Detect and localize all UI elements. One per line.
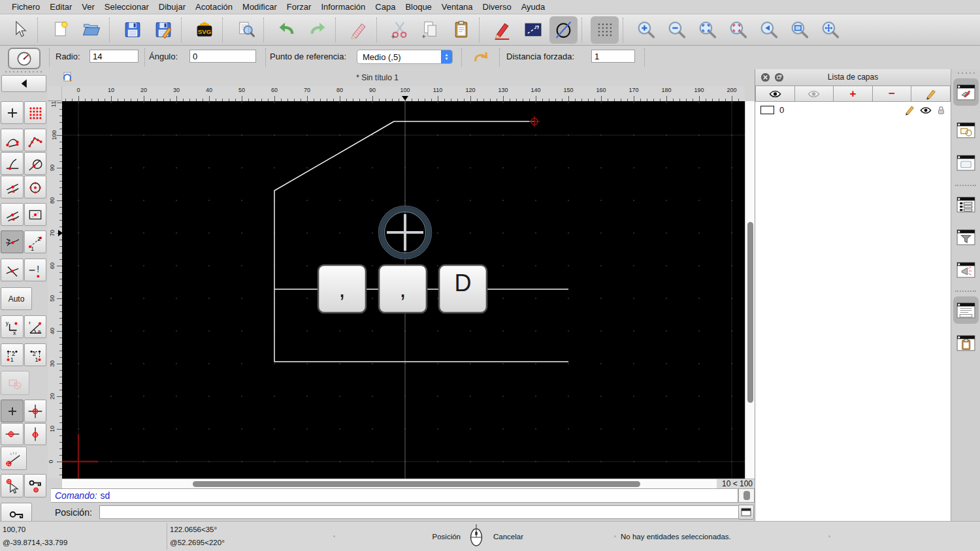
edit-layer-pencil-icon[interactable] [904, 104, 915, 116]
menu-capa[interactable]: Capa [375, 2, 395, 12]
menu-diverso[interactable]: Diverso [483, 2, 512, 12]
library-window-toggle[interactable] [953, 149, 979, 176]
remove-layer-button[interactable]: − [873, 86, 912, 102]
lock-relative-zero-button[interactable] [24, 474, 46, 497]
entity-attributes-button[interactable] [519, 16, 547, 44]
menu-ventana[interactable]: Ventana [442, 2, 473, 12]
keyboard-button[interactable] [738, 505, 754, 520]
menu-acotacion[interactable]: Acotación [195, 2, 233, 12]
menu-fichero[interactable]: Fichero [12, 2, 40, 12]
fillet-tool-button[interactable] [8, 48, 41, 69]
snap-reference-button[interactable] [24, 203, 46, 226]
snap-perpendicular-button[interactable] [1, 152, 24, 175]
menu-ayuda[interactable]: Ayuda [521, 2, 546, 12]
restrict-horizontal-button[interactable] [1, 423, 24, 445]
snap-intersection-button[interactable] [1, 259, 24, 281]
show-all-layers-button[interactable] [755, 86, 795, 102]
reference-point-select[interactable]: Medio (,5) ▲▼ [357, 50, 453, 64]
filter-window-toggle[interactable] [953, 223, 979, 251]
collapse-palette-button[interactable] [1, 75, 46, 92]
snap-endpoints-button[interactable] [1, 129, 24, 151]
forced-distance-input[interactable] [591, 50, 635, 63]
radius-input[interactable] [90, 50, 139, 63]
menu-ver[interactable]: Ver [82, 2, 95, 12]
menu-editar[interactable]: Editar [50, 2, 72, 12]
snap-nearest-button[interactable] [1, 176, 24, 198]
layers-window-toggle[interactable] [953, 78, 979, 106]
copy-button[interactable] [416, 16, 444, 44]
reference-corner-1-button[interactable]: 12 [1, 343, 24, 366]
snap-tangent-button[interactable] [24, 152, 46, 175]
menu-modificar[interactable]: Modificar [242, 2, 277, 12]
grid-toggle-button[interactable] [591, 16, 619, 44]
palette-drag-handle[interactable] [4, 71, 43, 73]
command-scrollbar[interactable] [738, 488, 755, 503]
snap-on-entity-button[interactable] [24, 129, 46, 151]
coordinate-polar-button[interactable]: ra [24, 315, 46, 338]
command-options-window-toggle[interactable] [953, 191, 979, 218]
horizontal-scrollbar-thumb[interactable] [193, 481, 640, 487]
cut-button[interactable] [385, 16, 414, 44]
layer-lock-icon[interactable] [936, 105, 946, 116]
restrict-nothing-button[interactable] [1, 400, 24, 422]
draft-mode-button[interactable] [549, 16, 578, 44]
coordinate-cartesian-button[interactable]: yx [1, 315, 24, 338]
vertical-scrollbar-thumb[interactable] [747, 222, 753, 403]
snap-free-button[interactable] [1, 101, 24, 124]
clipboard-window-toggle[interactable] [953, 329, 979, 356]
select-entity-button[interactable] [1, 371, 29, 395]
layer-row[interactable]: 0 [755, 103, 951, 117]
undo-button[interactable] [272, 16, 301, 44]
print-preview-button[interactable] [231, 16, 259, 44]
snap-distance-button[interactable]: 12 [24, 230, 46, 253]
command-line-window-toggle[interactable] [953, 296, 979, 324]
zoom-pan-button[interactable] [816, 16, 844, 44]
open-file-button[interactable] [77, 16, 105, 44]
command-line[interactable]: Comando: sd [51, 488, 738, 503]
reference-corner-2-button[interactable]: 12 [24, 343, 46, 366]
menu-bloque[interactable]: Bloque [405, 2, 431, 12]
paste-button[interactable] [447, 16, 475, 44]
command-scrollbar-thumb[interactable] [743, 491, 750, 500]
select-arrow-button[interactable] [5, 16, 33, 44]
position-input[interactable] [99, 505, 743, 519]
save-as-button[interactable] [149, 16, 177, 44]
snap-intersection-manual-button[interactable]: ! [24, 259, 46, 281]
delete-button[interactable] [344, 16, 372, 44]
snap-auto-button[interactable]: Auto [1, 287, 32, 310]
menu-dibujar[interactable]: Dibujar [159, 2, 186, 12]
layer-visibility-eye-icon[interactable] [920, 106, 932, 115]
menu-seleccionar[interactable]: Seleccionar [105, 2, 149, 12]
add-layer-button[interactable]: + [834, 86, 873, 102]
snap-middle-points-button[interactable] [1, 203, 24, 226]
restrict-orthogonal-button[interactable] [24, 400, 46, 422]
back-button[interactable] [469, 48, 491, 67]
angle-input[interactable] [189, 50, 256, 63]
set-relative-zero-button[interactable] [1, 474, 24, 497]
redo-button[interactable] [303, 16, 331, 44]
snap-grid-button[interactable] [24, 101, 46, 124]
dock-drag-handle[interactable] [956, 72, 976, 74]
horizontal-scrollbar[interactable] [62, 479, 717, 488]
set-relative-angle-button[interactable] [1, 447, 27, 470]
blocks-window-toggle[interactable] [953, 116, 979, 144]
save-button[interactable] [118, 16, 146, 44]
zoom-previous-button[interactable] [724, 16, 752, 44]
vertical-scrollbar[interactable] [745, 101, 755, 479]
announce-window-toggle[interactable] [953, 256, 979, 283]
zoom-window-button[interactable] [785, 16, 813, 44]
restrict-vertical-button[interactable] [24, 423, 46, 445]
zoom-back-button[interactable] [755, 16, 783, 44]
zoom-out-button[interactable] [662, 16, 691, 44]
attributes-pencil-button[interactable] [488, 16, 516, 44]
edit-layer-button[interactable] [911, 86, 951, 102]
snap-center-button[interactable] [24, 176, 46, 198]
new-document-button[interactable] [46, 16, 74, 44]
drawing-canvas[interactable]: ,,D [62, 101, 745, 479]
hide-all-layers-button[interactable] [795, 86, 834, 102]
menu-forzar[interactable]: Forzar [287, 2, 312, 12]
zoom-in-button[interactable] [632, 16, 660, 44]
snap-middle-button[interactable] [1, 230, 24, 253]
menu-informacion[interactable]: Información [321, 2, 365, 12]
zoom-auto-button[interactable] [693, 16, 721, 44]
